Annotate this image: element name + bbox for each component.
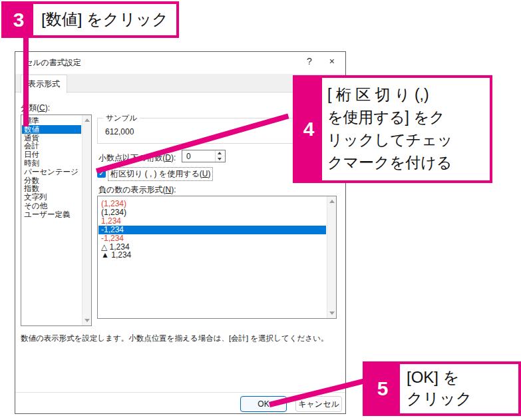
category-scrollbar[interactable]	[82, 115, 91, 325]
category-item[interactable]: 数値	[22, 125, 81, 134]
dialog-title: セルの書式設定	[25, 57, 81, 69]
category-item[interactable]: その他	[22, 202, 81, 210]
scroll-down-icon[interactable]	[329, 312, 335, 315]
category-item[interactable]: 文字列	[22, 193, 81, 202]
callout-3-connector-line	[23, 35, 29, 126]
step-instruction: [数値] をクリック	[33, 4, 176, 35]
decimal-places-value: 0	[186, 152, 191, 161]
step-instruction: [ 桁 区 切 り (,) を使用する] をク リックしてチェッ クマークを付け…	[322, 78, 490, 180]
callout-step-5: 5 [OK] を クリック	[363, 361, 521, 416]
category-item[interactable]: 分数	[22, 176, 81, 185]
callout-step-4: 4 [ 桁 区 切 り (,) を使用する] をク リックしてチェッ クマークを…	[293, 75, 492, 183]
spinner-up-icon	[218, 152, 222, 154]
help-icon[interactable]: ?	[307, 56, 312, 67]
category-item[interactable]: パーセンテージ	[22, 168, 81, 176]
scroll-up-icon[interactable]	[85, 118, 90, 122]
category-item[interactable]: 通貨	[22, 134, 81, 142]
dialog-titlebar: セルの書式設定 ? ×	[15, 52, 345, 72]
decimal-places-input[interactable]: 0	[182, 150, 226, 162]
category-item[interactable]: 日付	[22, 150, 81, 159]
negative-format-item[interactable]: 1,234	[98, 217, 326, 226]
description-text: 数値の表示形式を設定します。小数点位置を揃える場合は、[会計] を選択してくださ…	[21, 333, 341, 343]
category-item[interactable]: 時刻	[22, 159, 81, 168]
step-number-badge: 5	[365, 364, 400, 413]
category-item[interactable]: 標準	[22, 116, 81, 125]
negative-format-item[interactable]: (1,234)	[98, 208, 326, 217]
negative-format-item[interactable]: (1,234)	[98, 200, 326, 208]
button-separator	[15, 392, 345, 393]
negative-format-item[interactable]: ▲ 1,234	[98, 251, 326, 260]
step-number-badge: 3	[4, 4, 33, 35]
callout-step-3: 3 [数値] をクリック	[1, 1, 179, 38]
spinner-down-icon	[218, 158, 222, 160]
negative-format-item[interactable]: -1,234	[98, 226, 326, 234]
spinner-down-button[interactable]	[216, 156, 225, 162]
negative-format-label: 負の数の表示形式(N):	[98, 184, 176, 196]
sample-label: サンプル	[103, 113, 140, 123]
scroll-down-icon[interactable]	[85, 319, 90, 322]
category-item[interactable]: 指数	[22, 184, 81, 193]
negative-format-listbox[interactable]: (1,234)(1,234)1,234-1,234-1,234△ 1,234▲ …	[97, 196, 337, 319]
scroll-up-icon[interactable]	[329, 200, 335, 203]
close-icon[interactable]: ×	[329, 56, 335, 67]
step-number-badge: 4	[295, 78, 322, 180]
category-item[interactable]: 会計	[22, 142, 81, 150]
spinner-up-button[interactable]	[216, 150, 225, 156]
thousand-separator-label[interactable]: 桁区切り ( , ) を使用する(U)	[108, 167, 213, 181]
decimal-spinner	[215, 150, 225, 162]
step-instruction: [OK] を クリック	[400, 364, 518, 413]
category-item[interactable]: ユーザー定義	[22, 210, 81, 219]
negative-scrollbar[interactable]	[327, 196, 336, 318]
category-listbox[interactable]: 標準数値通貨会計日付時刻パーセンテージ分数指数文字列その他ユーザー定義	[21, 114, 92, 326]
sample-value: 612,000	[105, 127, 134, 136]
negative-format-item[interactable]: △ 1,234	[98, 243, 326, 252]
negative-format-item[interactable]: -1,234	[98, 234, 326, 243]
